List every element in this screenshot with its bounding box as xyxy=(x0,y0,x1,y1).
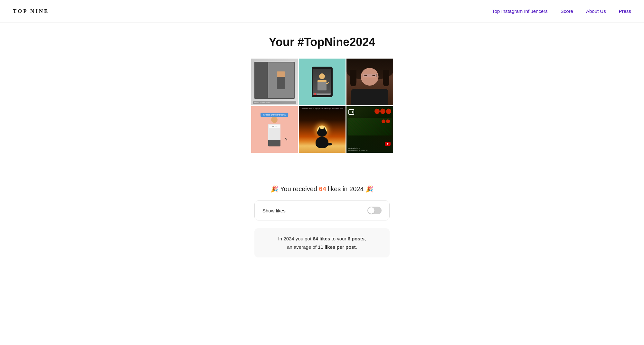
apple-icon xyxy=(386,109,391,114)
stats-info-card: In 2024 you got 64 likes to your 6 posts… xyxy=(254,228,390,257)
nav-links: Top Instagram Influencers Score About Us… xyxy=(492,8,631,14)
cell1-label: You are on for Persona... xyxy=(253,101,296,104)
top-nine-grid: You are on for Persona... xyxy=(251,59,393,153)
cell5-caption: Cinematic video of a ginger cat watching… xyxy=(299,107,346,109)
press-link[interactable]: Press xyxy=(619,8,631,14)
stats-posts: 6 posts xyxy=(348,236,365,241)
show-likes-label: Show likes xyxy=(262,208,286,213)
create-brand-persona-btn[interactable]: Create Brand Persona xyxy=(260,113,288,117)
grid-cell-5: Cinematic video of a ginger cat watching… xyxy=(299,106,346,153)
apple-icon xyxy=(374,109,380,114)
grid-cell-4: Create Brand Persona ARTS ↖ xyxy=(251,106,298,153)
likes-summary: 🎉 You received 64 likes in 2024 🎉 xyxy=(270,185,374,193)
instagram-icon xyxy=(348,109,354,115)
likes-count: 64 xyxy=(319,185,326,192)
toggle-knob xyxy=(368,207,374,214)
grid-cell-3 xyxy=(346,59,393,105)
grid-cell-2 xyxy=(299,59,346,105)
stats-section: 🎉 You received 64 likes in 2024 🎉 Show l… xyxy=(248,185,396,257)
page-title: Your #TopNine2024 xyxy=(269,35,375,49)
show-likes-toggle[interactable] xyxy=(367,207,382,214)
cell6-text: many varieties of many varieties of appl… xyxy=(348,147,392,152)
grid-cell-1: You are on for Persona... xyxy=(251,59,298,105)
score-link[interactable]: Score xyxy=(561,8,573,14)
stats-likes: 64 likes xyxy=(313,236,330,241)
youtube-icon xyxy=(385,142,391,146)
cat-silhouette xyxy=(314,129,330,148)
grid-cell-6: ♪ xyxy=(346,106,393,153)
stats-avg: 11 likes per post xyxy=(318,244,356,250)
nav-logo: TOP NINE xyxy=(13,8,49,14)
cursor-icon: ↖ xyxy=(284,136,289,142)
navbar: TOP NINE Top Instagram Influencers Score… xyxy=(0,0,644,23)
about-us-link[interactable]: About Us xyxy=(586,8,606,14)
apple-icon xyxy=(380,109,385,114)
show-likes-card: Show likes xyxy=(254,200,390,220)
main-content: Your #TopNine2024 You are on for Persona… xyxy=(0,23,644,257)
top-instagram-influencers-link[interactable]: Top Instagram Influencers xyxy=(492,8,548,14)
